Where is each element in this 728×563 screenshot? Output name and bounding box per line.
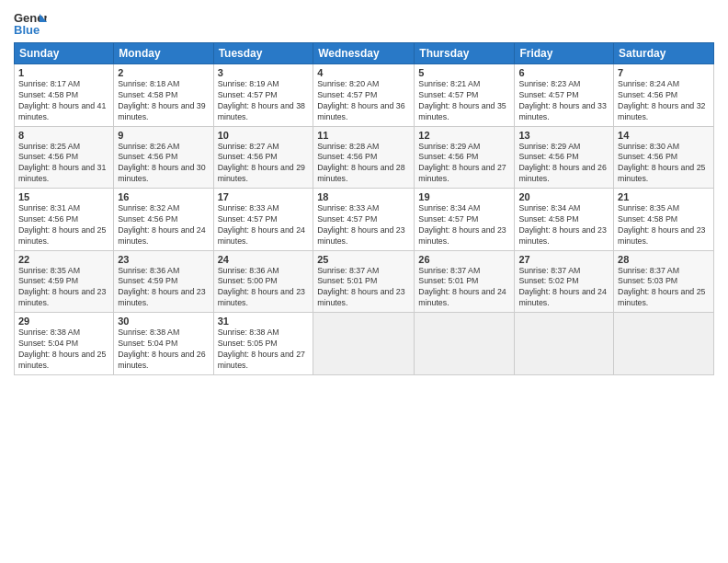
- day-info: Sunrise: 8:29 AMSunset: 4:56 PMDaylight:…: [418, 142, 510, 186]
- day-info: Sunrise: 8:30 AMSunset: 4:56 PMDaylight:…: [618, 142, 710, 186]
- day-number: 19: [418, 191, 510, 202]
- calendar-cell: [415, 313, 515, 375]
- day-number: 26: [418, 254, 510, 265]
- day-info: Sunrise: 8:18 AMSunset: 4:58 PMDaylight:…: [118, 79, 209, 123]
- day-header-thursday: Thursday: [415, 43, 515, 64]
- calendar-cell: 2 Sunrise: 8:18 AMSunset: 4:58 PMDayligh…: [114, 64, 213, 127]
- day-number: 5: [418, 67, 510, 78]
- day-info: Sunrise: 8:21 AMSunset: 4:57 PMDaylight:…: [418, 79, 510, 123]
- day-info: Sunrise: 8:34 AMSunset: 4:58 PMDaylight:…: [518, 203, 609, 247]
- day-info: Sunrise: 8:35 AMSunset: 4:59 PMDaylight:…: [18, 266, 109, 310]
- calendar-cell: 12 Sunrise: 8:29 AMSunset: 4:56 PMDaylig…: [415, 126, 515, 189]
- day-info: Sunrise: 8:28 AMSunset: 4:56 PMDaylight:…: [317, 142, 410, 186]
- day-info: Sunrise: 8:37 AMSunset: 5:03 PMDaylight:…: [618, 266, 710, 310]
- calendar-cell: 4 Sunrise: 8:20 AMSunset: 4:57 PMDayligh…: [313, 64, 415, 127]
- day-number: 11: [317, 130, 410, 141]
- day-number: 25: [317, 254, 410, 265]
- calendar-cell: 22 Sunrise: 8:35 AMSunset: 4:59 PMDaylig…: [15, 250, 114, 313]
- day-number: 31: [218, 316, 310, 327]
- day-header-monday: Monday: [114, 43, 213, 64]
- day-info: Sunrise: 8:35 AMSunset: 4:58 PMDaylight:…: [618, 203, 710, 247]
- calendar-cell: 14 Sunrise: 8:30 AMSunset: 4:56 PMDaylig…: [614, 126, 714, 189]
- day-info: Sunrise: 8:23 AMSunset: 4:57 PMDaylight:…: [518, 79, 609, 123]
- calendar-cell: 23 Sunrise: 8:36 AMSunset: 4:59 PMDaylig…: [114, 250, 213, 313]
- calendar-cell: 3 Sunrise: 8:19 AMSunset: 4:57 PMDayligh…: [213, 64, 313, 127]
- day-number: 6: [518, 67, 609, 78]
- calendar-week-row: 29 Sunrise: 8:38 AMSunset: 5:04 PMDaylig…: [15, 313, 714, 375]
- calendar-cell: 5 Sunrise: 8:21 AMSunset: 4:57 PMDayligh…: [415, 64, 515, 127]
- calendar-cell: 16 Sunrise: 8:32 AMSunset: 4:56 PMDaylig…: [114, 189, 213, 251]
- day-number: 22: [18, 254, 109, 265]
- calendar-cell: 17 Sunrise: 8:33 AMSunset: 4:57 PMDaylig…: [213, 189, 313, 251]
- day-number: 21: [618, 191, 710, 202]
- day-info: Sunrise: 8:29 AMSunset: 4:56 PMDaylight:…: [518, 142, 609, 186]
- day-info: Sunrise: 8:37 AMSunset: 5:02 PMDaylight:…: [518, 266, 609, 310]
- day-info: Sunrise: 8:19 AMSunset: 4:57 PMDaylight:…: [218, 79, 310, 123]
- day-info: Sunrise: 8:17 AMSunset: 4:58 PMDaylight:…: [18, 79, 109, 123]
- calendar-cell: 1 Sunrise: 8:17 AMSunset: 4:58 PMDayligh…: [15, 64, 114, 127]
- day-number: 17: [218, 191, 310, 202]
- day-number: 1: [18, 67, 109, 78]
- day-info: Sunrise: 8:34 AMSunset: 4:57 PMDaylight:…: [418, 203, 510, 247]
- calendar-cell: 27 Sunrise: 8:37 AMSunset: 5:02 PMDaylig…: [515, 250, 614, 313]
- day-info: Sunrise: 8:31 AMSunset: 4:56 PMDaylight:…: [18, 203, 109, 247]
- calendar-cell: 15 Sunrise: 8:31 AMSunset: 4:56 PMDaylig…: [15, 189, 114, 251]
- calendar: SundayMondayTuesdayWednesdayThursdayFrid…: [14, 42, 714, 375]
- logo: General Blue: [14, 9, 47, 37]
- calendar-cell: 28 Sunrise: 8:37 AMSunset: 5:03 PMDaylig…: [614, 250, 714, 313]
- calendar-cell: 29 Sunrise: 8:38 AMSunset: 5:04 PMDaylig…: [15, 313, 114, 375]
- logo-icon: General Blue: [14, 9, 47, 37]
- day-info: Sunrise: 8:26 AMSunset: 4:56 PMDaylight:…: [118, 142, 209, 186]
- calendar-cell: [313, 313, 415, 375]
- day-info: Sunrise: 8:36 AMSunset: 5:00 PMDaylight:…: [218, 266, 310, 310]
- day-info: Sunrise: 8:25 AMSunset: 4:56 PMDaylight:…: [18, 142, 109, 186]
- day-number: 13: [518, 130, 609, 141]
- day-number: 3: [218, 67, 310, 78]
- calendar-week-row: 8 Sunrise: 8:25 AMSunset: 4:56 PMDayligh…: [15, 126, 714, 189]
- calendar-cell: 7 Sunrise: 8:24 AMSunset: 4:56 PMDayligh…: [614, 64, 714, 127]
- day-number: 29: [18, 316, 109, 327]
- day-number: 2: [118, 67, 209, 78]
- calendar-cell: 9 Sunrise: 8:26 AMSunset: 4:56 PMDayligh…: [114, 126, 213, 189]
- day-header-friday: Friday: [515, 43, 614, 64]
- day-info: Sunrise: 8:27 AMSunset: 4:56 PMDaylight:…: [218, 142, 310, 186]
- calendar-cell: 31 Sunrise: 8:38 AMSunset: 5:05 PMDaylig…: [213, 313, 313, 375]
- day-number: 14: [618, 130, 710, 141]
- day-number: 16: [118, 191, 209, 202]
- calendar-cell: 11 Sunrise: 8:28 AMSunset: 4:56 PMDaylig…: [313, 126, 415, 189]
- calendar-header-row: SundayMondayTuesdayWednesdayThursdayFrid…: [15, 43, 714, 64]
- calendar-cell: 21 Sunrise: 8:35 AMSunset: 4:58 PMDaylig…: [614, 189, 714, 251]
- day-number: 15: [18, 191, 109, 202]
- calendar-cell: 20 Sunrise: 8:34 AMSunset: 4:58 PMDaylig…: [515, 189, 614, 251]
- day-number: 24: [218, 254, 310, 265]
- calendar-week-row: 15 Sunrise: 8:31 AMSunset: 4:56 PMDaylig…: [15, 189, 714, 251]
- day-number: 10: [218, 130, 310, 141]
- day-header-wednesday: Wednesday: [313, 43, 415, 64]
- day-number: 28: [618, 254, 710, 265]
- calendar-cell: 6 Sunrise: 8:23 AMSunset: 4:57 PMDayligh…: [515, 64, 614, 127]
- day-number: 7: [618, 67, 710, 78]
- svg-text:Blue: Blue: [14, 23, 40, 37]
- day-info: Sunrise: 8:20 AMSunset: 4:57 PMDaylight:…: [317, 79, 410, 123]
- calendar-cell: 8 Sunrise: 8:25 AMSunset: 4:56 PMDayligh…: [15, 126, 114, 189]
- calendar-cell: 25 Sunrise: 8:37 AMSunset: 5:01 PMDaylig…: [313, 250, 415, 313]
- header: General Blue: [14, 9, 714, 37]
- day-number: 12: [418, 130, 510, 141]
- day-number: 30: [118, 316, 209, 327]
- calendar-cell: [614, 313, 714, 375]
- calendar-cell: 24 Sunrise: 8:36 AMSunset: 5:00 PMDaylig…: [213, 250, 313, 313]
- calendar-cell: 26 Sunrise: 8:37 AMSunset: 5:01 PMDaylig…: [415, 250, 515, 313]
- calendar-cell: 19 Sunrise: 8:34 AMSunset: 4:57 PMDaylig…: [415, 189, 515, 251]
- calendar-cell: 18 Sunrise: 8:33 AMSunset: 4:57 PMDaylig…: [313, 189, 415, 251]
- day-header-tuesday: Tuesday: [213, 43, 313, 64]
- page: General Blue SundayMondayTuesdayWednesda…: [0, 0, 728, 563]
- day-info: Sunrise: 8:38 AMSunset: 5:05 PMDaylight:…: [218, 327, 310, 372]
- day-number: 9: [118, 130, 209, 141]
- day-info: Sunrise: 8:32 AMSunset: 4:56 PMDaylight:…: [118, 203, 209, 247]
- day-number: 4: [317, 67, 410, 78]
- day-number: 18: [317, 191, 410, 202]
- day-info: Sunrise: 8:38 AMSunset: 5:04 PMDaylight:…: [118, 327, 209, 372]
- day-info: Sunrise: 8:24 AMSunset: 4:56 PMDaylight:…: [618, 79, 710, 123]
- day-info: Sunrise: 8:33 AMSunset: 4:57 PMDaylight:…: [317, 203, 410, 247]
- day-header-sunday: Sunday: [15, 43, 114, 64]
